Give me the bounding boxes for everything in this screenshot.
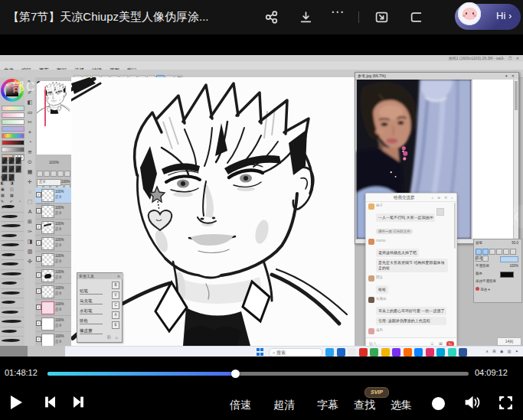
mini-icon-row[interactable]: ▣ ◫ ▦ ▩ bbox=[1, 186, 24, 198]
tool-icon[interactable]: ▦ bbox=[25, 167, 35, 177]
taskbar-app-icon[interactable] bbox=[370, 348, 378, 357]
tool-icon[interactable]: ≋ bbox=[25, 147, 35, 157]
texture-swatch[interactable] bbox=[2, 165, 8, 173]
color-strip[interactable] bbox=[2, 119, 25, 125]
brush-stroke-item[interactable] bbox=[1, 308, 24, 318]
chat-image-thumb[interactable] bbox=[436, 208, 444, 216]
tool-icon[interactable]: ⌖ bbox=[25, 127, 35, 137]
download-icon[interactable] bbox=[299, 11, 312, 24]
quality-button[interactable]: 超清 bbox=[273, 399, 295, 412]
layer-row[interactable]: ✓100%正常 bbox=[35, 316, 73, 332]
layer-row[interactable]: ✓100%正常 bbox=[35, 268, 73, 284]
taskbar-app-icon[interactable] bbox=[414, 348, 423, 357]
chat-titlebar-icons[interactable]: ⌕ ⊞ ✕ ‹ bbox=[431, 195, 454, 200]
layer-visibility-toggle[interactable]: ✓ bbox=[36, 224, 41, 230]
brush-stroke-item[interactable] bbox=[1, 241, 24, 251]
layer-row[interactable]: ✓100%正常 bbox=[35, 187, 73, 203]
brush-panel-button[interactable] bbox=[510, 249, 516, 255]
texture-swatch[interactable] bbox=[15, 157, 21, 164]
playlist-button[interactable]: 选集 bbox=[391, 399, 412, 412]
taskbar-app-icon[interactable] bbox=[337, 348, 345, 357]
tool-icon[interactable]: ◧ bbox=[25, 97, 35, 107]
find-button[interactable]: 查找 bbox=[354, 399, 375, 412]
taskbar-app-icon[interactable] bbox=[436, 348, 445, 357]
photo-window-buttons[interactable]: ▾ ✕ bbox=[505, 73, 516, 78]
system-tray[interactable]: ∧ ⊞ ◉ ▥ ✦ bbox=[485, 349, 520, 353]
cast-icon[interactable] bbox=[375, 11, 388, 24]
layer-visibility-toggle[interactable]: ✓ bbox=[36, 321, 41, 326]
taskbar-app-icon[interactable] bbox=[404, 348, 412, 357]
tool-icon[interactable]: ◌ bbox=[25, 187, 35, 197]
layer-row[interactable]: ✓100%正常 bbox=[35, 252, 73, 268]
layer-row[interactable]: ✓100%正常 bbox=[35, 236, 73, 252]
quick-tool-panel[interactable]: 常用工具 ✕ 铅笔B马克笔V水彩笔C喷枪A橡皮擦E ⎘ ⌂ bbox=[77, 272, 123, 343]
close-icon[interactable]: ✕ bbox=[117, 274, 120, 278]
quick-tool-row[interactable]: 喷枪A bbox=[80, 311, 119, 319]
brush-mode-select[interactable] bbox=[500, 256, 518, 262]
layer-visibility-toggle[interactable]: ✓ bbox=[36, 240, 41, 246]
quick-panel-footer-icons[interactable]: ⎘ ⌂ bbox=[107, 335, 119, 340]
brush-stroke-item[interactable] bbox=[1, 317, 24, 327]
tool-icon[interactable]: ⊙ bbox=[25, 157, 35, 167]
taskbar-app-icon[interactable] bbox=[325, 348, 334, 357]
taskbar-app-icon[interactable] bbox=[459, 348, 467, 357]
chat-avatar[interactable] bbox=[368, 203, 374, 210]
tool-icon[interactable]: ✛ bbox=[25, 177, 35, 187]
brush-panel-button[interactable] bbox=[482, 249, 489, 255]
speed-button[interactable]: 倍速 bbox=[230, 399, 251, 412]
prev-episode-button[interactable] bbox=[43, 396, 57, 412]
start-button[interactable] bbox=[257, 348, 264, 356]
tool-icon[interactable]: ◔ bbox=[25, 137, 35, 147]
mini-player-icon[interactable] bbox=[410, 11, 423, 24]
taskbar-app-icon[interactable] bbox=[448, 348, 456, 357]
brush-panel-button[interactable] bbox=[489, 249, 495, 255]
color-strip[interactable] bbox=[2, 106, 25, 111]
tool-icon[interactable]: A bbox=[25, 207, 35, 217]
tool-icon[interactable]: ◨ bbox=[25, 236, 35, 246]
quick-tool-row[interactable]: 橡皮擦E bbox=[80, 321, 119, 329]
texture-swatch[interactable] bbox=[8, 165, 15, 173]
color-strip[interactable] bbox=[2, 126, 25, 132]
brush-stroke-item[interactable] bbox=[1, 232, 24, 242]
layer-toolbar-button[interactable] bbox=[64, 171, 70, 177]
layer-toolbar-button[interactable] bbox=[51, 171, 57, 177]
play-button[interactable] bbox=[11, 396, 22, 409]
layer-visibility-toggle[interactable]: ✓ bbox=[36, 272, 41, 278]
brush-stroke-item[interactable] bbox=[1, 203, 24, 213]
brush-stroke-item[interactable] bbox=[1, 279, 24, 289]
subtitle-button[interactable]: 字幕 bbox=[317, 399, 338, 412]
quick-tool-row[interactable]: 铅笔B bbox=[80, 282, 119, 289]
more-icon[interactable]: ⋯ bbox=[331, 4, 345, 20]
color-strip[interactable] bbox=[2, 133, 25, 138]
chat-avatar[interactable] bbox=[368, 328, 374, 334]
brush-stroke-item[interactable] bbox=[1, 289, 24, 299]
chat-window[interactable]: 绘画交流群 ⌕ ⊞ ✕ ‹ 柚子一人一笔不行吗 大家一起加油冲课件一套 已传群文… bbox=[365, 193, 457, 349]
color-strip[interactable] bbox=[2, 112, 25, 118]
brush-panel-button[interactable] bbox=[496, 249, 502, 255]
tool-icon[interactable]: ✂ bbox=[25, 117, 35, 127]
volume-icon[interactable] bbox=[464, 396, 481, 412]
brush-stroke-item[interactable] bbox=[1, 260, 24, 270]
brush-stroke-item[interactable] bbox=[1, 270, 24, 280]
tool-icon[interactable]: ✑ bbox=[25, 226, 35, 236]
progress-bar[interactable] bbox=[47, 372, 469, 376]
color-strip[interactable] bbox=[2, 140, 25, 145]
tool-icon[interactable]: ⬚ bbox=[25, 197, 35, 207]
brush-stroke-item[interactable] bbox=[1, 251, 24, 261]
tool-icon[interactable]: ✣ bbox=[25, 256, 35, 266]
layer-row[interactable]: ✓100%正常 bbox=[35, 284, 73, 300]
layer-visibility-toggle[interactable]: ✓ bbox=[36, 192, 41, 197]
window-buttons[interactable]: – ☐ ✕ bbox=[502, 56, 521, 60]
share-icon[interactable] bbox=[265, 11, 278, 24]
brush-stroke-item[interactable] bbox=[1, 222, 24, 232]
brush-stroke-item[interactable] bbox=[1, 298, 24, 308]
layer-row[interactable]: ✓100%正常 bbox=[35, 203, 73, 220]
quick-tool-row[interactable]: 水彩笔C bbox=[80, 301, 119, 309]
texture-swatch[interactable] bbox=[15, 165, 21, 173]
layer-visibility-toggle[interactable]: ✓ bbox=[36, 288, 41, 294]
chat-avatar[interactable] bbox=[368, 275, 374, 282]
layer-visibility-toggle[interactable]: ✓ bbox=[36, 337, 41, 342]
chat-avatar[interactable] bbox=[368, 239, 374, 245]
taskbar-app-icon[interactable] bbox=[392, 348, 400, 357]
chat-avatar[interactable] bbox=[368, 297, 374, 303]
